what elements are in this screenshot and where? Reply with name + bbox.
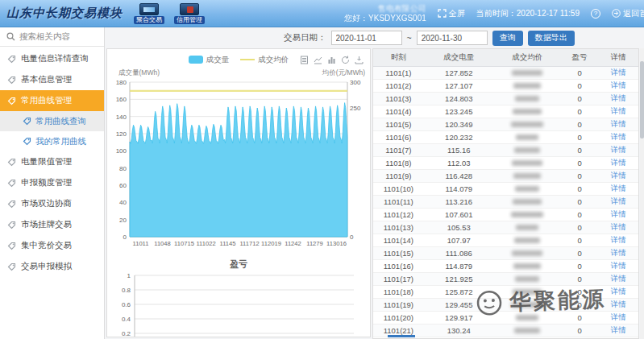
detail-link[interactable]: 详情 (611, 209, 626, 218)
volume-price-chart[interactable]: 0204060801001201401601803002500110111104… (107, 78, 367, 249)
sidebar-search[interactable]: 搜索相关内容 (0, 27, 104, 47)
cell-time: 1101(6) (373, 130, 424, 143)
detail-link[interactable]: 详情 (611, 145, 626, 154)
col-header-4: 详情 (598, 49, 638, 66)
toolbar-item-trade[interactable]: 聚合交易 (131, 3, 168, 24)
cell-volume: 107.97 (424, 234, 494, 246)
cell-pnl: 0 (561, 246, 599, 259)
detail-link[interactable]: 详情 (611, 132, 626, 141)
pnl-chart[interactable]: 10.80.60.40.20 (107, 271, 367, 337)
detail-link[interactable]: 详情 (611, 119, 626, 128)
dataview-icon[interactable] (300, 56, 309, 64)
home-arrow-icon (612, 9, 621, 18)
sidebar-item-label: 电量信息详情查询 (21, 53, 89, 64)
sidebar-item-1[interactable]: 基本信息管理 (0, 69, 104, 90)
svg-text:180: 180 (116, 79, 127, 86)
help-icon[interactable]: ? (591, 9, 600, 19)
svg-text:40: 40 (119, 199, 127, 206)
sidebar-item-label: 市场双边协商 (21, 198, 72, 209)
detail-link[interactable]: 详情 (611, 300, 626, 308)
tag-icon (7, 200, 16, 209)
sidebar-subitem-2-0[interactable]: 常用曲线查询 (0, 111, 104, 131)
tag-icon (7, 263, 16, 271)
legend-avg-price[interactable]: 成交均价 (240, 55, 289, 65)
cell-volume: 127.107 (424, 79, 494, 92)
detail-link[interactable]: 详情 (611, 93, 626, 102)
top-header: 山东中长期交易模块 聚合交易 信用管理 售电有限公司 您好：YKSDYXGS00… (0, 0, 644, 27)
save-image-icon[interactable] (355, 56, 364, 64)
sidebar-item-2[interactable]: 常用曲线管理 (0, 90, 104, 111)
scrollbar-thumb[interactable] (640, 61, 644, 138)
detail-link[interactable]: 详情 (611, 235, 626, 244)
cell-price-masked (494, 246, 561, 259)
trade-icon (139, 3, 159, 15)
table-row: 1101(20)129.9170详情 (373, 311, 638, 324)
detail-link[interactable]: 详情 (611, 222, 626, 231)
detail-link[interactable]: 详情 (611, 171, 626, 180)
restore-icon[interactable] (341, 56, 350, 64)
table-row: 1101(6)120.2320详情 (373, 130, 638, 143)
cell-time: 1101(7) (373, 143, 424, 156)
bar-chart-icon[interactable] (327, 56, 336, 64)
sidebar-item-5[interactable]: 市场双边协商 (0, 193, 104, 214)
detail-link[interactable]: 详情 (611, 106, 626, 115)
line-chart-icon[interactable] (314, 56, 322, 64)
main-content: 交易日期： ~ 查询 数据导出 成交量 成交均价 成交量(MWh) (105, 27, 644, 339)
legend-volume[interactable]: 成交量 (189, 55, 230, 65)
detail-link[interactable]: 详情 (611, 81, 626, 89)
detail-link[interactable]: 详情 (611, 274, 626, 283)
fullscreen-button[interactable]: 全屏 (438, 8, 465, 19)
cell-price-masked (494, 182, 561, 195)
sidebar-item-8[interactable]: 交易申报模拟 (0, 256, 104, 277)
query-button[interactable]: 查询 (492, 31, 523, 46)
sidebar-item-4[interactable]: 申报额度管理 (0, 172, 104, 193)
svg-text:20: 20 (119, 217, 127, 224)
detail-link[interactable]: 详情 (611, 196, 626, 205)
cell-detail: 详情 (598, 130, 638, 143)
sidebar-item-3[interactable]: 电量限值管理 (0, 151, 104, 172)
cell-price-masked (494, 234, 561, 246)
detail-link[interactable]: 详情 (611, 325, 626, 334)
detail-link[interactable]: 详情 (611, 287, 626, 296)
toolbar-item-credit-label: 信用管理 (174, 16, 205, 24)
current-time-label: 当前时间：2020-12-17 11:59 (476, 8, 580, 19)
detail-link[interactable]: 详情 (611, 312, 626, 321)
home-button[interactable]: 返回首页 (612, 8, 644, 19)
date-to-input[interactable] (417, 31, 488, 45)
sidebar-item-0[interactable]: 电量信息详情查询 (0, 48, 104, 69)
cell-detail: 详情 (598, 208, 638, 221)
detail-link[interactable]: 详情 (611, 158, 626, 167)
home-label: 返回首页 (623, 8, 644, 19)
cell-volume: 116.428 (424, 169, 494, 182)
cell-volume: 127.852 (424, 66, 494, 79)
toolbar-item-credit[interactable]: 信用管理 (171, 3, 208, 24)
cell-volume: 129.455 (424, 298, 494, 311)
cell-pnl: 0 (561, 324, 599, 337)
table-row: 1101(18)125.8720详情 (373, 285, 638, 298)
svg-text:120: 120 (116, 130, 127, 138)
cell-price-masked (494, 208, 561, 221)
sidebar-item-label: 集中竞价交易 (21, 240, 72, 251)
detail-link[interactable]: 详情 (611, 184, 626, 192)
date-from-input[interactable] (331, 31, 402, 45)
cell-volume: 115.16 (424, 143, 494, 156)
cell-time: 1101(17) (373, 272, 424, 285)
cell-pnl: 0 (561, 92, 599, 105)
sidebar-subitem-2-1[interactable]: 我的常用曲线 (0, 131, 104, 151)
col-header-1: 成交电量 (424, 49, 494, 66)
sidebar-item-7[interactable]: 集中竞价交易 (0, 235, 104, 256)
svg-text:11279: 11279 (306, 240, 323, 247)
app-root: { "header": { "app_title": "山东中长期交易模块", … (0, 0, 644, 339)
table-scrollbar[interactable] (640, 48, 644, 339)
cell-price-masked (494, 143, 561, 156)
filter-bar: 交易日期： ~ 查询 数据导出 (105, 27, 644, 48)
detail-link[interactable]: 详情 (611, 68, 626, 76)
detail-link[interactable]: 详情 (611, 248, 626, 257)
table-bottom-indicator (388, 335, 415, 337)
y-left-axis-label: 成交量(MWh) (118, 68, 160, 78)
cell-price-masked (494, 92, 561, 105)
export-button[interactable]: 数据导出 (528, 31, 575, 46)
detail-link[interactable]: 详情 (611, 261, 626, 270)
sidebar-item-6[interactable]: 市场挂牌交易 (0, 214, 104, 235)
cell-pnl: 0 (561, 156, 599, 169)
